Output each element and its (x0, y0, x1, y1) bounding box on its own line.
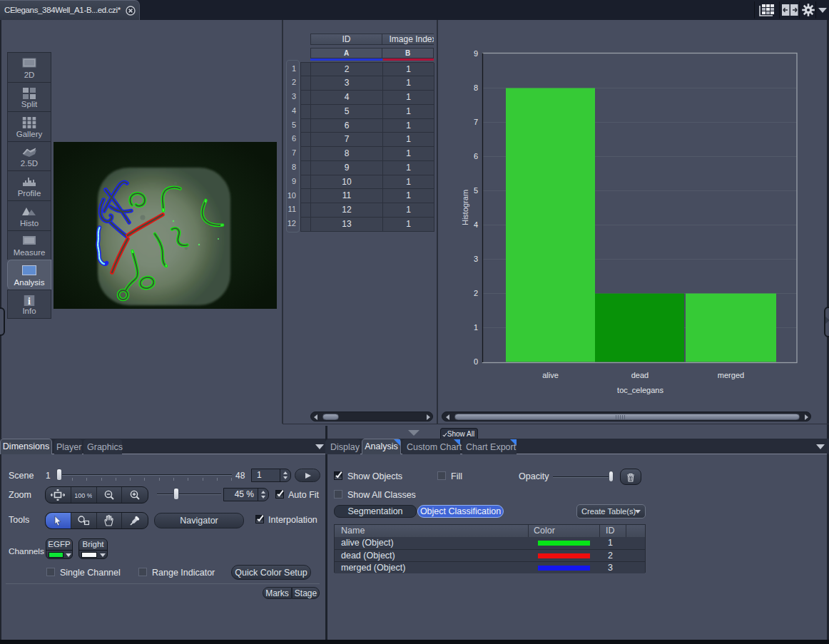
svg-text:9: 9 (474, 49, 478, 58)
svg-text:dead: dead (631, 371, 649, 379)
svg-text:4: 4 (474, 220, 478, 229)
svg-text:alive: alive (542, 371, 559, 379)
svg-text:6: 6 (474, 152, 478, 160)
svg-text:8: 8 (474, 83, 478, 92)
svg-text:100 %: 100 % (75, 492, 92, 499)
svg-text:3: 3 (474, 255, 478, 263)
svg-text:5: 5 (474, 186, 478, 195)
svg-text:1: 1 (474, 323, 478, 332)
svg-text:2: 2 (474, 289, 478, 297)
svg-text:toc_celegans: toc_celegans (617, 386, 663, 394)
svg-text:i: i (28, 295, 31, 306)
svg-text:merged: merged (718, 371, 744, 379)
svg-text:0: 0 (474, 357, 478, 366)
svg-text:Histogram: Histogram (461, 190, 469, 225)
svg-text:7: 7 (474, 118, 478, 126)
